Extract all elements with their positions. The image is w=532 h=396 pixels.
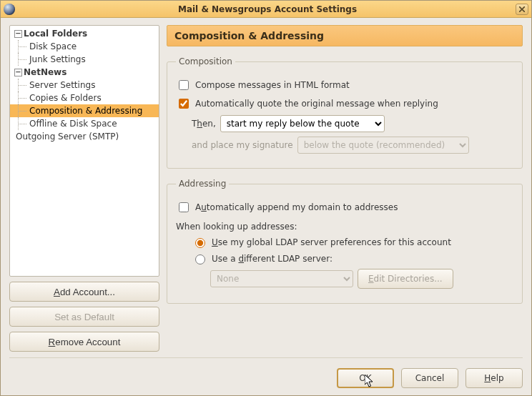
ldap-different-input[interactable] bbox=[195, 254, 205, 264]
auto-quote-label: Automatically quote the original message… bbox=[195, 99, 438, 109]
tree-node-disk-space[interactable]: Disk Space bbox=[10, 40, 159, 53]
settings-panel: Composition & Addressing Composition Com… bbox=[167, 25, 523, 352]
expander-icon[interactable]: − bbox=[14, 30, 22, 38]
separator bbox=[9, 357, 523, 358]
then-label: Then, bbox=[192, 119, 216, 129]
tree-node-offline-disk-space[interactable]: Offline & Disk Space bbox=[10, 117, 159, 130]
reply-position-select[interactable]: start my reply below the quote bbox=[220, 115, 385, 132]
tree-label: NetNews bbox=[24, 66, 66, 79]
accounts-tree[interactable]: − Local Folders Disk Space Junk Settings… bbox=[9, 25, 159, 277]
tree-label: Outgoing Server (SMTP) bbox=[16, 130, 119, 143]
close-button[interactable] bbox=[516, 4, 528, 15]
ldap-global-radio[interactable]: Use my global LDAP server preferences fo… bbox=[192, 236, 451, 248]
tree-line-icon bbox=[18, 117, 29, 130]
tree-label: Offline & Disk Space bbox=[29, 117, 117, 130]
tree-line-icon bbox=[18, 53, 29, 66]
ldap-different-label: Use a different LDAP server: bbox=[212, 254, 332, 264]
auto-domain-label: Automatically append my domain to addres… bbox=[195, 202, 398, 212]
tree-label: Local Folders bbox=[24, 27, 87, 40]
tree-label: Server Settings bbox=[29, 79, 95, 91]
tree-label: Copies & Folders bbox=[29, 91, 102, 104]
ldap-global-input[interactable] bbox=[195, 238, 205, 248]
auto-domain-input[interactable] bbox=[179, 202, 189, 212]
accounts-sidebar: − Local Folders Disk Space Junk Settings… bbox=[9, 25, 159, 352]
lookup-addresses-label: When looking up addresses: bbox=[176, 222, 297, 232]
dialog-footer: OK Cancel Help bbox=[9, 361, 523, 388]
tree-node-composition-addressing[interactable]: Composition & Addressing bbox=[10, 104, 159, 117]
panel-title: Composition & Addressing bbox=[167, 25, 523, 46]
compose-html-input[interactable] bbox=[179, 80, 189, 90]
help-button[interactable]: Help bbox=[466, 368, 523, 388]
tree-node-copies-folders[interactable]: Copies & Folders bbox=[10, 91, 159, 104]
composition-group: Composition Compose messages in HTML for… bbox=[167, 56, 523, 169]
tree-line-icon bbox=[18, 79, 29, 91]
signature-position-select: below the quote (recommended) bbox=[297, 137, 469, 154]
tree-node-server-settings[interactable]: Server Settings bbox=[10, 79, 159, 91]
set-default-button: Set as Default bbox=[9, 307, 159, 327]
account-settings-window: Mail & Newsgroups Account Settings − Loc… bbox=[0, 0, 532, 396]
tree-label: Junk Settings bbox=[29, 53, 86, 66]
tree-label: Composition & Addressing bbox=[29, 104, 142, 117]
app-icon bbox=[4, 4, 15, 15]
addressing-group: Addressing Automatically append my domai… bbox=[167, 179, 523, 304]
window-title: Mail & Newsgroups Account Settings bbox=[19, 4, 516, 14]
close-icon bbox=[519, 6, 525, 12]
expander-icon[interactable]: − bbox=[14, 69, 22, 76]
signature-label: and place my signature bbox=[192, 140, 293, 150]
auto-domain-checkbox[interactable]: Automatically append my domain to addres… bbox=[176, 200, 398, 214]
composition-legend: Composition bbox=[176, 56, 235, 66]
add-account-button[interactable]: Add Account... bbox=[9, 282, 159, 302]
edit-directories-button: Edit Directories... bbox=[358, 269, 453, 289]
ok-button[interactable]: OK bbox=[337, 368, 394, 388]
cancel-button[interactable]: Cancel bbox=[401, 368, 458, 388]
compose-html-checkbox[interactable]: Compose messages in HTML format bbox=[176, 78, 350, 92]
auto-quote-input[interactable] bbox=[179, 99, 189, 109]
remove-account-button[interactable]: Remove Account bbox=[9, 332, 159, 352]
tree-node-smtp[interactable]: Outgoing Server (SMTP) bbox=[10, 130, 159, 143]
addressing-legend: Addressing bbox=[176, 179, 229, 189]
ldap-different-radio[interactable]: Use a different LDAP server: bbox=[192, 252, 332, 264]
ldap-server-select: None bbox=[210, 270, 353, 287]
tree-node-netnews[interactable]: − NetNews bbox=[10, 66, 159, 79]
tree-label: Disk Space bbox=[29, 40, 77, 53]
compose-html-label: Compose messages in HTML format bbox=[195, 80, 350, 90]
tree-node-local-folders[interactable]: − Local Folders bbox=[10, 27, 159, 40]
tree-line-icon bbox=[18, 104, 29, 117]
auto-quote-checkbox[interactable]: Automatically quote the original message… bbox=[176, 96, 438, 111]
ldap-global-label: Use my global LDAP server preferences fo… bbox=[212, 237, 451, 247]
tree-line-icon bbox=[18, 40, 29, 53]
tree-line-icon bbox=[18, 91, 29, 104]
titlebar: Mail & Newsgroups Account Settings bbox=[1, 1, 531, 18]
tree-node-junk-settings[interactable]: Junk Settings bbox=[10, 53, 159, 66]
